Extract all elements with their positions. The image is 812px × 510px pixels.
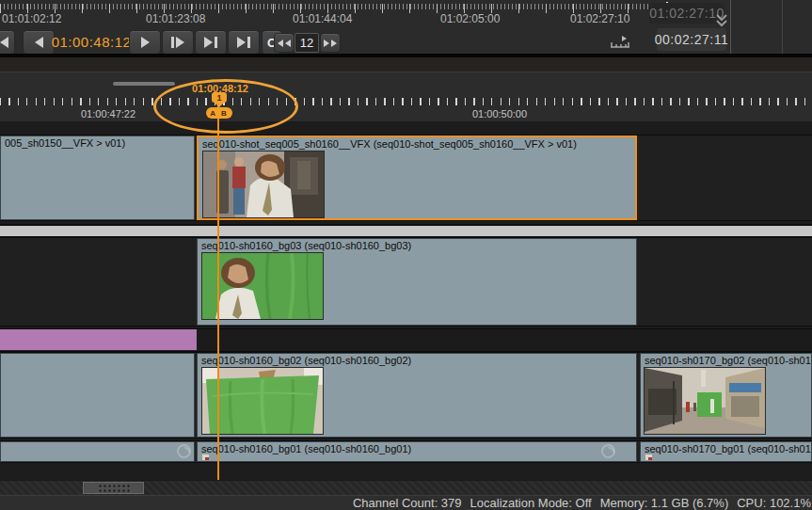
double-chevron-down-icon[interactable] (715, 13, 728, 28)
play-icon (141, 37, 150, 48)
play-from-mark-button[interactable] (162, 30, 194, 55)
timeline-ruler-ticks[interactable] (0, 98, 812, 105)
current-timecode[interactable]: 01:00:48:12 (56, 30, 126, 53)
video-track-bg02: seq010-sh0160_bg02 (seq010-sh0160_bg02) … (0, 352, 812, 438)
overview-ruler-label: 01:02:05:00 (440, 12, 500, 25)
status-bar: Channel Count: 379 Localization Mode: Of… (0, 495, 812, 510)
clip-unlabeled[interactable] (0, 353, 195, 438)
step-backward-button[interactable] (0, 30, 15, 55)
scrollbar-grip (98, 484, 130, 493)
sequence-duration[interactable]: 00:02:27:11 (657, 28, 726, 51)
clip-sh0160-bg03[interactable]: seq010-sh0160_bg03 (seq010-sh0160_bg03) (197, 238, 637, 326)
toolbar-divider (730, 0, 731, 54)
sequence-duration-dim[interactable]: 01:02:27:10 (649, 3, 724, 24)
clip-label (1, 442, 194, 443)
timeline-window: 01:01:02:12 01:01:23:08 01:01:44:04 01:0… (0, 0, 812, 510)
play-reverse-icon (35, 37, 43, 48)
clip-label: seq010-sh0170_bg01 (seq010-sh0170_bg01) (641, 442, 811, 454)
clip-sh0160-bg02[interactable]: seq010-sh0160_bg02 (seq010-sh0160_bg02) (197, 353, 637, 438)
clip-thumbnail-street-greenscreen (645, 368, 765, 434)
ab-marker[interactable]: A B (206, 107, 232, 119)
video-track-vfx: 005_sh0150__VFX > v01) seq010-shot_seq00… (0, 135, 812, 221)
clip-thumbnail-street-boy (203, 151, 324, 217)
motion-effect-icon (601, 444, 615, 458)
play-reverse-button[interactable] (23, 30, 55, 55)
status-localization-mode: Localization Mode: Off (470, 496, 592, 510)
clip-badge-icon (645, 454, 652, 460)
status-channel-count: Channel Count: 379 (353, 496, 462, 510)
horizontal-scrollbar[interactable] (0, 480, 812, 496)
ruler-zoom-bar[interactable] (113, 82, 175, 86)
scrollbar-thumb[interactable] (83, 482, 144, 494)
clip-badge-icon (202, 454, 209, 460)
ruler-label: 01:00:50:00 (472, 108, 527, 120)
overview-ruler-label: 01:01:02:12 (2, 12, 61, 25)
clip-unlabeled[interactable] (0, 441, 195, 462)
motion-effect-icon (177, 444, 191, 458)
video-track-bg01: seq010-sh0160_bg01 (seq010-sh0160_bg01) … (0, 440, 812, 463)
top-toolbar: 01:01:02:12 01:01:23:08 01:01:44:04 01:0… (0, 0, 812, 55)
frame-offset-field[interactable]: 12 (295, 33, 319, 53)
ruler-label: 01:00:47:22 (81, 108, 135, 120)
playhead-line[interactable] (217, 103, 219, 480)
next-edit-icon (204, 37, 213, 48)
clip-sh0150-vfx[interactable]: 005_sh0150__VFX > v01) (0, 135, 195, 220)
play-button[interactable] (129, 30, 161, 55)
go-to-end-button[interactable] (228, 30, 260, 55)
clip-sh0170-bg02[interactable]: seq010-sh0170_bg02 (seq010-sh0170_bg02) (640, 353, 812, 438)
clip-label: seq010-sh0160_bg02 (seq010-sh0160_bg02) (198, 354, 636, 366)
video-track-bg03: seq010-sh0160_bg03 (seq010-sh0160_bg03) (0, 237, 812, 327)
timeline-ruler-lower-band (0, 121, 812, 135)
timeline-upper-gap (0, 57, 812, 72)
play-from-mark-icon (171, 37, 174, 48)
clip-sh0160-bg01[interactable]: seq010-sh0160_bg01 (seq010-sh0160_bg01) (197, 441, 637, 462)
rewind-icon (278, 40, 283, 47)
clip-sh0160-vfx-selected[interactable]: seq010-shot_seq005_sh0160__VFX (seq010-s… (197, 135, 637, 220)
clip-label: seq010-shot_seq005_sh0160__VFX (seq010-s… (199, 137, 635, 150)
transport-controls: 01:00:48:12 O 12 (0, 29, 659, 55)
overview-ruler-label: 01:01:44:04 (293, 12, 352, 25)
overview-ruler-label: 01:02:27:10 (570, 12, 629, 25)
rewind-frames-button[interactable] (274, 33, 295, 53)
status-memory: Memory: 1.1 GB (6.7%) (600, 496, 729, 510)
filler-clip-purple[interactable] (0, 329, 197, 351)
collapsed-track-strip[interactable] (0, 224, 812, 238)
clip-label: 005_sh0150__VFX > v01) (1, 136, 194, 149)
go-to-end-icon (237, 37, 246, 48)
filler-track (0, 328, 812, 352)
timeline-marker-1[interactable]: 1 (212, 92, 227, 103)
forward-frames-button[interactable] (320, 33, 341, 53)
status-cpu: CPU: 102.1% (737, 496, 811, 510)
clip-label: seq010-sh0160_bg03 (seq010-sh0160_bg03) (198, 239, 636, 251)
overview-ruler-label: 01:01:23:08 (146, 12, 205, 25)
clip-thumbnail-boy-greenscreen (202, 253, 323, 319)
toolbar-divider (782, 0, 783, 54)
clip-thumbnail-green-cloth (202, 368, 323, 434)
clip-label (1, 354, 194, 355)
clip-sh0170-bg01[interactable]: seq010-sh0170_bg01 (seq010-sh0170_bg01) (640, 441, 812, 462)
next-edit-button[interactable] (195, 30, 227, 55)
clip-label: seq010-sh0170_bg02 (seq010-sh0170_bg02) (641, 354, 811, 366)
fast-forward-icon (324, 40, 329, 47)
clip-label: seq010-sh0160_bg01 (seq010-sh0160_bg01) (198, 442, 636, 454)
timeline-position-icon (610, 35, 630, 48)
